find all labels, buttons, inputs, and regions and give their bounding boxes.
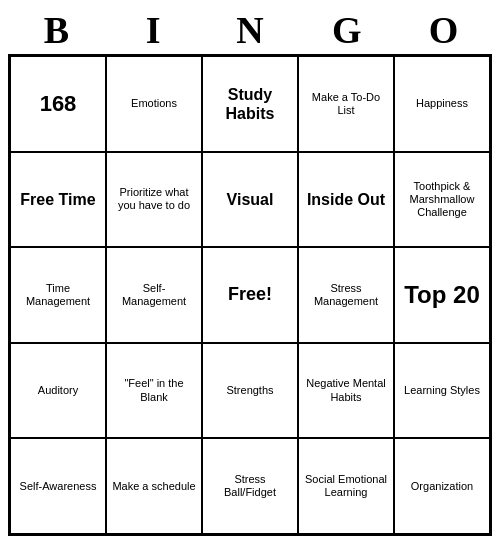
bingo-cell-0-0: 168 <box>10 56 106 152</box>
bingo-cell-1-3: Inside Out <box>298 152 394 248</box>
bingo-grid: 168EmotionsStudy HabitsMake a To-Do List… <box>8 54 492 536</box>
header-letter: N <box>205 8 295 52</box>
bingo-cell-2-4: Top 20 <box>394 247 490 343</box>
header-letter: O <box>399 8 489 52</box>
bingo-cell-4-2: Stress Ball/Fidget <box>202 438 298 534</box>
bingo-cell-1-1: Prioritize what you have to do <box>106 152 202 248</box>
bingo-cell-2-0: Time Management <box>10 247 106 343</box>
bingo-cell-4-1: Make a schedule <box>106 438 202 534</box>
bingo-cell-2-2: Free! <box>202 247 298 343</box>
bingo-cell-1-4: Toothpick & Marshmallow Challenge <box>394 152 490 248</box>
bingo-cell-3-0: Auditory <box>10 343 106 439</box>
bingo-cell-0-4: Happiness <box>394 56 490 152</box>
bingo-cell-3-4: Learning Styles <box>394 343 490 439</box>
bingo-cell-3-3: Negative Mental Habits <box>298 343 394 439</box>
bingo-cell-3-1: "Feel" in the Blank <box>106 343 202 439</box>
bingo-cell-2-3: Stress Management <box>298 247 394 343</box>
bingo-cell-0-3: Make a To-Do List <box>298 56 394 152</box>
bingo-cell-0-1: Emotions <box>106 56 202 152</box>
bingo-cell-3-2: Strengths <box>202 343 298 439</box>
bingo-cell-4-0: Self-Awareness <box>10 438 106 534</box>
bingo-header: BINGO <box>8 8 492 52</box>
bingo-cell-1-0: Free Time <box>10 152 106 248</box>
bingo-cell-1-2: Visual <box>202 152 298 248</box>
header-letter: I <box>108 8 198 52</box>
header-letter: B <box>11 8 101 52</box>
bingo-cell-0-2: Study Habits <box>202 56 298 152</box>
header-letter: G <box>302 8 392 52</box>
bingo-cell-4-4: Organization <box>394 438 490 534</box>
bingo-cell-2-1: Self-Management <box>106 247 202 343</box>
bingo-cell-4-3: Social Emotional Learning <box>298 438 394 534</box>
